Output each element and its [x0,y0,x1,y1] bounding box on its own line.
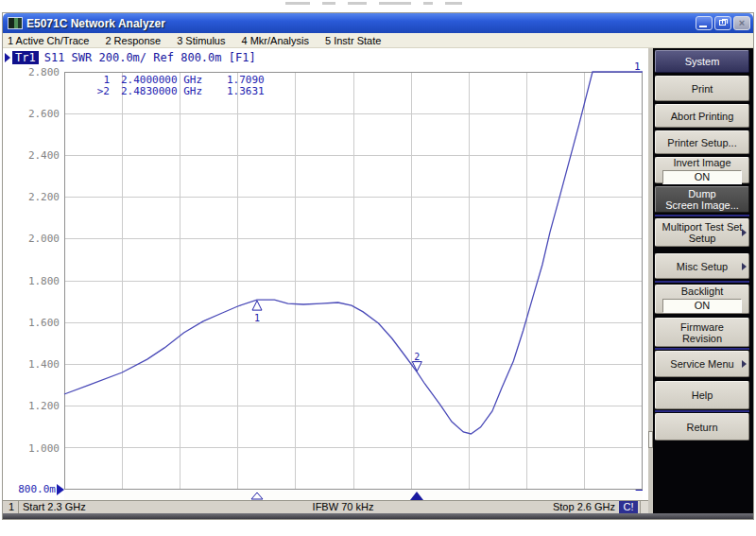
y-axis-label: 2.000 [3,233,60,245]
trace-number-label: 1 [634,61,647,73]
restore-button[interactable] [714,16,731,30]
ifbw-readout: IFBW 70 kHz [239,501,447,513]
marker-readout: 1 2.4000000 GHz 1.7090 >2 2.4830000 GHz … [93,75,265,97]
softkey-abort-printing[interactable]: Abort Printing [655,104,749,128]
marker-down-icon [412,362,421,372]
screen: E5071C Network Analyzer × 1 Active Ch/Tr… [0,0,756,536]
y-axis-label: 1.800 [3,275,60,287]
stimulus-marker-strip [64,491,643,500]
close-icon: × [739,17,745,28]
softkey-separator [655,215,749,216]
marker-number: 2 [414,352,420,362]
analyzer-window: E5071C Network Analyzer × 1 Active Ch/Tr… [3,13,753,519]
y-axis-label: 1.600 [3,317,60,329]
softkey-backlight[interactable]: Backlight ON [655,285,749,314]
stimulus-marker-2[interactable] [410,492,423,500]
submenu-arrow-icon [742,229,747,236]
marker-up-icon [252,301,262,310]
trace-info: S11 SWR 200.0m/ Ref 800.0m [F1] [44,51,256,64]
toggle-state: ON [662,299,742,313]
grid-lines [64,72,643,490]
menu-item-response[interactable]: 2 Response [105,35,161,46]
softkey-system[interactable]: System [655,50,749,73]
stop-frequency: Stop 2.6 GHz [513,501,615,513]
measurement-area: Tr1 S11 SWR 200.0m/ Ref 800.0m [F1] 2.80… [3,48,753,513]
window-bottom-border [3,513,753,519]
softkey-help[interactable]: Help [655,381,749,409]
start-frequency: Start 2.3 GHz [23,501,86,513]
minimize-icon [699,26,707,27]
menu-bar: 1 Active Ch/Trace 2 Response 3 Stimulus … [3,33,753,48]
window-title: E5071C Network Analyzer [26,17,694,30]
y-axis-label: 1.400 [3,358,60,371]
softkey-dump-screen-image[interactable]: Dump Screen Image... [655,186,749,213]
active-trace-arrow-icon [5,53,10,62]
cropped-text-artifact [285,1,493,6]
softkey-separator [655,410,749,412]
softkey-sidebar: System Print Abort Printing Printer Setu… [648,48,753,513]
close-button[interactable]: × [733,16,750,30]
status-bar-end-cell [640,501,648,513]
plot-area: 1 2 1 2.4000000 GHz 1.7090 >2 [64,72,643,490]
reference-level-label: 800.0m [3,483,56,495]
y-axis-label: 1.000 [3,442,60,455]
minimize-button[interactable] [696,16,713,30]
menu-item-active-ch-trace[interactable]: 1 Active Ch/Trace [8,35,89,46]
softkey-return[interactable]: Return [655,413,749,441]
softkey-printer-setup[interactable]: Printer Setup... [655,130,749,154]
trace-badge[interactable]: Tr1 [12,51,39,64]
softkey-misc-setup[interactable]: Misc Setup [655,253,749,279]
y-axis-label: 1.200 [3,400,60,412]
menu-item-stimulus[interactable]: 3 Stimulus [177,35,225,46]
softkey-firmware-revision[interactable]: Firmware Revision [655,318,749,347]
app-icon [8,17,23,29]
reference-level-icon-left [57,484,64,495]
status-bar: 1 Start 2.3 GHz IFBW 70 kHz Stop 2.6 GHz… [3,500,648,513]
window-titlebar: E5071C Network Analyzer × [3,13,753,33]
menu-item-instr-state[interactable]: 5 Instr State [325,35,381,46]
softkey-scrollbar-thumb[interactable] [648,431,653,448]
softkey-service-menu[interactable]: Service Menu [655,351,749,377]
y-axis-label: 2.800 [3,66,60,78]
channel-number: 1 [5,501,19,513]
softkey-print[interactable]: Print [655,76,749,101]
menu-item-mkr-analysis[interactable]: 4 Mkr/Analysis [241,35,309,46]
trace-status-line: Tr1 S11 SWR 200.0m/ Ref 800.0m [F1] [5,50,256,64]
y-axis-label: 2.600 [3,108,60,120]
softkey-invert-image[interactable]: Invert Image ON [655,157,749,183]
submenu-arrow-icon [742,360,747,368]
softkey-separator [655,348,749,350]
submenu-arrow-icon [742,263,747,270]
softkey-multiport-test-set-setup[interactable]: Multiport Test Set Setup [655,218,749,247]
marker-readout-row: >2 2.4830000 GHz 1.3631 [93,86,265,97]
trace-svg: 1 2 [64,72,643,490]
cal-status-badge: C! [619,501,638,513]
stimulus-marker-1[interactable] [250,492,264,500]
marker-symbol-1[interactable]: 1 [252,301,262,323]
marker-number: 1 [254,313,260,323]
toggle-state: ON [662,170,742,184]
softkey-separator [655,281,749,283]
y-axis-label: 2.400 [3,149,60,162]
y-axis-label: 2.200 [3,191,60,203]
